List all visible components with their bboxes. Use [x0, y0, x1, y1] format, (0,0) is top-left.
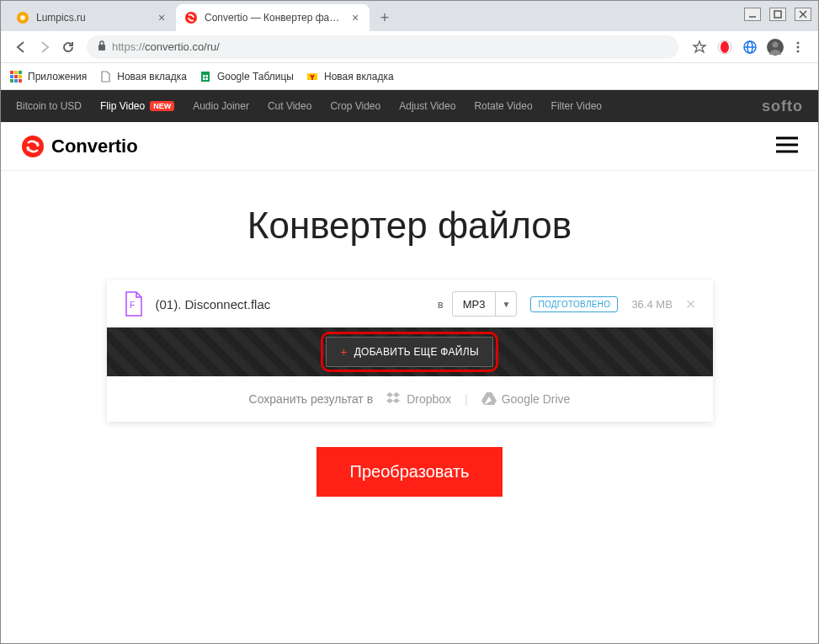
convert-button[interactable]: Преобразовать — [316, 447, 503, 497]
promo-link-crop-video[interactable]: Crop Video — [330, 100, 380, 112]
dropbox-icon — [386, 391, 402, 407]
svg-rect-23 — [19, 75, 22, 78]
chevron-down-icon[interactable]: ▼ — [496, 292, 516, 316]
bookmark-label: Новая вкладка — [117, 71, 187, 82]
yandex-icon — [306, 70, 319, 83]
bookmark-label: Google Таблицы — [217, 71, 294, 82]
file-size: 36.4 MB — [631, 298, 672, 311]
bookmark-google-sheets[interactable]: Google Таблицы — [199, 70, 294, 83]
apps-icon — [9, 70, 23, 83]
save-target-dropbox[interactable]: Dropbox — [386, 391, 451, 407]
dropbox-label: Dropbox — [407, 392, 451, 406]
svg-point-6 — [185, 12, 197, 24]
page-icon — [98, 70, 112, 83]
browser-menu-button[interactable] — [786, 35, 810, 59]
window-close-button[interactable] — [795, 8, 811, 21]
svg-rect-22 — [14, 75, 18, 78]
address-bar: https://convertio.co/ru/ — [1, 31, 818, 63]
promo-link-filter-video[interactable]: Filter Video — [551, 100, 602, 112]
svg-rect-7 — [98, 45, 105, 51]
save-row: Сохранить результат в Dropbox | Google D… — [107, 376, 713, 422]
svg-rect-24 — [10, 79, 13, 82]
promo-link-rotate-video[interactable]: Rotate Video — [474, 100, 532, 112]
google-drive-icon — [481, 391, 497, 407]
tab-close-icon[interactable]: × — [156, 12, 168, 24]
file-row: F (01). Disconnect.flac в MP3 ▼ ПОДГОТОВ… — [107, 280, 713, 327]
file-icon: F — [124, 291, 144, 317]
add-more-files-button[interactable]: + ДОБАВИТЬ ЕЩЕ ФАЙЛЫ — [326, 337, 493, 367]
bookmark-label: Новая вкладка — [324, 71, 394, 82]
svg-text:F: F — [130, 301, 135, 310]
site-header: Convertio — [1, 122, 818, 171]
tab-lumpics[interactable]: Lumpics.ru × — [8, 4, 176, 31]
favicon-icon — [16, 11, 29, 24]
svg-point-32 — [22, 136, 44, 157]
svg-rect-21 — [10, 75, 13, 78]
svg-point-15 — [797, 41, 800, 44]
file-card: F (01). Disconnect.flac в MP3 ▼ ПОДГОТОВ… — [107, 280, 713, 422]
add-more-label: ДОБАВИТЬ ЕЩЕ ФАЙЛЫ — [354, 346, 479, 358]
extension-opera-icon[interactable] — [714, 36, 736, 58]
plus-icon: + — [340, 345, 347, 359]
softo-brand: softo — [762, 98, 803, 115]
format-value: MP3 — [453, 292, 497, 316]
svg-point-5 — [20, 15, 25, 20]
svg-rect-19 — [14, 71, 18, 74]
url-text: convertio.co/ru/ — [145, 40, 668, 53]
tab-strip: Lumpics.ru × Convertio — Конвертер файло… — [1, 1, 818, 31]
add-more-row: + ДОБАВИТЬ ЕЩЕ ФАЙЛЫ — [107, 327, 713, 376]
svg-rect-25 — [14, 79, 18, 82]
gdrive-label: Google Drive — [502, 392, 571, 406]
content-area: Конвертер файлов F (01). Disconnect.flac… — [1, 171, 818, 497]
extension-globe-icon[interactable] — [739, 36, 761, 58]
svg-rect-26 — [19, 79, 22, 82]
format-select[interactable]: MP3 ▼ — [452, 291, 518, 317]
window-maximize-button[interactable] — [769, 8, 786, 21]
forward-button[interactable] — [33, 35, 56, 59]
page-title: Конвертер файлов — [1, 205, 818, 247]
svg-rect-18 — [10, 71, 13, 74]
promo-link-flip[interactable]: Flip Video NEW — [100, 100, 174, 112]
profile-avatar[interactable] — [764, 36, 786, 58]
svg-point-14 — [773, 41, 779, 47]
sheets-icon — [199, 70, 212, 83]
window-minimize-button[interactable] — [744, 8, 761, 21]
bookmark-new-tab[interactable]: Новая вкладка — [98, 70, 187, 83]
svg-point-17 — [797, 50, 800, 52]
promo-link-adjust-video[interactable]: Adjust Video — [399, 100, 455, 112]
star-button[interactable] — [689, 36, 710, 58]
bookmark-apps[interactable]: Приложения — [9, 70, 87, 83]
new-tab-button[interactable]: + — [373, 6, 396, 29]
convertio-logo-icon — [21, 135, 45, 158]
logo-text: Convertio — [51, 136, 138, 157]
tab-title: Convertio — Конвертер файлов — [205, 12, 344, 24]
svg-point-16 — [797, 45, 800, 48]
bookmark-yandex-tab[interactable]: Новая вкладка — [306, 70, 394, 83]
tab-close-icon[interactable]: × — [349, 12, 361, 24]
file-name: (01). Disconnect.flac — [156, 297, 429, 311]
hamburger-menu-button[interactable] — [776, 136, 798, 157]
favicon-icon — [184, 11, 198, 24]
promo-link-cut-video[interactable]: Cut Video — [268, 100, 311, 112]
svg-rect-20 — [19, 71, 22, 74]
new-badge: NEW — [150, 101, 174, 111]
bookmarks-bar: Приложения Новая вкладка Google Таблицы … — [1, 63, 818, 90]
url-prefix: https:// — [112, 40, 145, 53]
lock-icon — [97, 40, 107, 54]
promo-link-label: Flip Video — [100, 100, 145, 112]
svg-point-9 — [721, 41, 729, 53]
promo-link-audio-joiner[interactable]: Audio Joiner — [193, 100, 249, 112]
tab-convertio[interactable]: Convertio — Конвертер файлов × — [176, 4, 370, 31]
svg-rect-1 — [774, 11, 781, 18]
save-target-gdrive[interactable]: Google Drive — [481, 391, 571, 407]
logo[interactable]: Convertio — [21, 135, 138, 158]
back-button[interactable] — [9, 35, 33, 59]
bookmark-label: Приложения — [28, 71, 87, 82]
save-label: Сохранить результат в — [249, 392, 374, 406]
remove-file-button[interactable]: × — [686, 295, 696, 314]
url-box[interactable]: https://convertio.co/ru/ — [87, 35, 678, 59]
reload-button[interactable] — [56, 35, 80, 59]
status-badge: ПОДГОТОВЛЕНО — [530, 296, 618, 312]
promo-link-bitcoin[interactable]: Bitcoin to USD — [16, 100, 82, 112]
highlight-annotation: + ДОБАВИТЬ ЕЩЕ ФАЙЛЫ — [321, 332, 498, 372]
